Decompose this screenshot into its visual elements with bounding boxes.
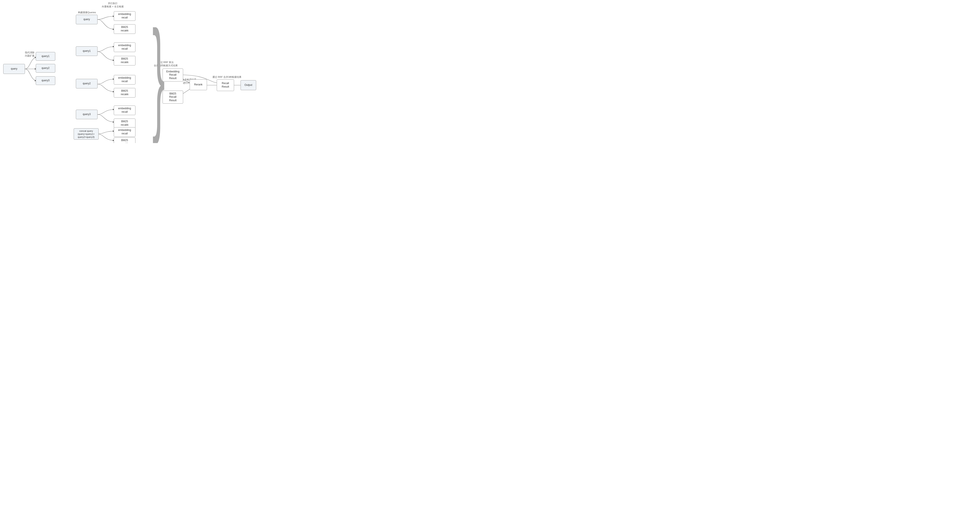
- node-rerank: Rerank: [189, 79, 207, 90]
- node-emb-recall-2: embedding recall: [114, 43, 135, 52]
- node-emb-recall-1: embedding recall: [114, 11, 135, 21]
- node-q-query: query: [76, 15, 97, 24]
- node-bm25-result: BM25 Recall Result: [162, 91, 183, 103]
- diagram-container: 并行执行 向量检索 + 全文检索 构建搜索Queries 指代消除 问题扩展 通…: [0, 0, 260, 143]
- node-bm25-2: BM25 recakk: [114, 56, 135, 65]
- node-output: Output: [240, 80, 256, 90]
- node-query-root: query: [3, 64, 25, 74]
- node-q-query3: query3: [76, 110, 97, 119]
- node-bm25-4: BM25 recakk: [114, 119, 135, 128]
- node-embedding-result: Embedding Recall Result: [162, 68, 183, 81]
- node-query2-left: query2: [36, 64, 55, 73]
- label-parallel: 并行执行 向量检索 + 全文检索: [102, 2, 124, 8]
- node-bm25-5: BM25 recakk: [114, 137, 135, 143]
- node-emb-recall-3: embedding recall: [114, 75, 135, 84]
- node-q-concat: concat query (query+query1+ query2+query…: [74, 128, 99, 140]
- node-bm25-3: BM25 recakk: [114, 88, 135, 97]
- node-q-query2: query2: [76, 79, 97, 89]
- node-recall-result: Recall Result: [217, 79, 234, 91]
- node-q-query1: query1: [76, 46, 97, 56]
- node-query3-left: query3: [36, 76, 55, 85]
- label-build-queries: 构建搜索Queries: [78, 11, 96, 14]
- label-coreference: 指代消除 问题扩展: [25, 51, 35, 58]
- node-emb-recall-5: embedding recall: [114, 127, 135, 137]
- node-bm25-1: BM25 recakk: [114, 24, 135, 34]
- node-query1-left: query1: [36, 52, 55, 61]
- label-rrf-final: 通过 RRF 合并3种检索结果: [212, 75, 242, 79]
- node-emb-recall-4: embedding recall: [114, 106, 135, 115]
